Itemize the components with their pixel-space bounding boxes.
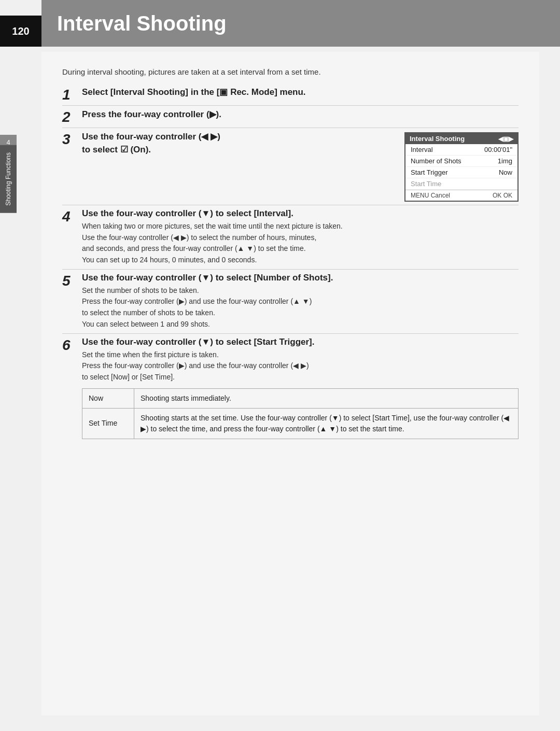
table-row: NowShooting starts immediately. xyxy=(82,388,519,408)
step-6-content: Use the four-way controller (▼) to selec… xyxy=(82,337,519,439)
step-3: 3 Use the four-way controller (◀ ▶) to s… xyxy=(62,131,519,205)
camera-menu-header: Interval Shooting ◀▣▶ xyxy=(405,133,517,144)
camera-menu-row: Start TriggerNow xyxy=(405,167,517,178)
camera-menu-row: Interval00:00'01" xyxy=(405,144,517,156)
camera-menu-cancel: MENU Cancel xyxy=(411,192,450,199)
intro-text: During interval shooting, pictures are t… xyxy=(62,67,519,76)
step-3-content: Use the four-way controller (◀ ▶) to sel… xyxy=(82,131,519,202)
step-5-content: Use the four-way controller (▼) to selec… xyxy=(82,273,519,330)
step-6-body: Set the time when the first picture is t… xyxy=(82,349,519,383)
camera-menu-footer: MENU Cancel OK OK xyxy=(405,190,517,201)
step-6: 6 Use the four-way controller (▼) to sel… xyxy=(62,337,519,442)
step-3-text: Use the four-way controller (◀ ▶) to sel… xyxy=(82,131,394,157)
step-3-heading: Use the four-way controller (◀ ▶) xyxy=(82,131,394,142)
camera-menu-panel: Interval Shooting ◀▣▶ Interval00:00'01"N… xyxy=(404,132,519,202)
step-6-heading: Use the four-way controller (▼) to selec… xyxy=(82,337,519,347)
camera-menu-row: Number of Shots1img xyxy=(405,156,517,167)
step-6-number: 6 xyxy=(62,338,82,353)
side-tab: Shooting Functions xyxy=(0,145,17,213)
step-2-heading: Press the four-way controller (▶). xyxy=(82,109,519,120)
step-1: 1 Select [Interval Shooting] in the [▣ R… xyxy=(62,87,519,106)
step-2: 2 Press the four-way controller (▶). xyxy=(62,109,519,128)
trigger-label: Now xyxy=(82,388,134,408)
page-header: Interval Shooting xyxy=(41,0,560,47)
step-1-heading: Select [Interval Shooting] in the [▣ Rec… xyxy=(82,87,519,97)
camera-menu-rows: Interval00:00'01"Number of Shots1imgStar… xyxy=(405,144,517,190)
step-4: 4 Use the four-way controller (▼) to sel… xyxy=(62,208,519,270)
camera-menu-title: Interval Shooting xyxy=(410,135,465,143)
step-5: 5 Use the four-way controller (▼) to sel… xyxy=(62,273,519,334)
step-5-heading: Use the four-way controller (▼) to selec… xyxy=(82,273,519,283)
step-4-heading: Use the four-way controller (▼) to selec… xyxy=(82,208,519,219)
trigger-description: Shooting starts immediately. xyxy=(134,388,519,408)
table-row: Set TimeShooting starts at the set time.… xyxy=(82,408,519,439)
page-number-tab: 120 xyxy=(0,16,41,47)
trigger-label: Set Time xyxy=(82,408,134,439)
step-4-body: When taking two or more pictures, set th… xyxy=(82,221,519,266)
step-2-content: Press the four-way controller (▶). xyxy=(82,109,519,122)
step-4-content: Use the four-way controller (▼) to selec… xyxy=(82,208,519,266)
step-5-body: Set the number of shots to be taken.Pres… xyxy=(82,285,519,330)
step-3-number: 3 xyxy=(62,132,82,147)
side-tab-label: Shooting Functions xyxy=(5,152,12,206)
step-3-subheading: to select ☑ (On). xyxy=(82,144,394,155)
step-1-content: Select [Interval Shooting] in the [▣ Rec… xyxy=(82,87,519,100)
trigger-table: NowShooting starts immediately.Set TimeS… xyxy=(82,388,519,439)
camera-menu-ok: OK OK xyxy=(493,192,512,199)
camera-menu-row: Start Time xyxy=(405,178,517,190)
page-number: 120 xyxy=(12,25,29,37)
step-5-number: 5 xyxy=(62,274,82,288)
step-1-number: 1 xyxy=(62,88,82,102)
step-4-number: 4 xyxy=(62,209,82,224)
page-title: Interval Shooting xyxy=(57,12,227,35)
step-2-number: 2 xyxy=(62,110,82,124)
main-content: During interval shooting, pictures are t… xyxy=(41,52,539,715)
trigger-description: Shooting starts at the set time. Use the… xyxy=(134,408,519,439)
step-3-layout: Use the four-way controller (◀ ▶) to sel… xyxy=(82,131,519,202)
camera-menu-nav-icon: ◀▣▶ xyxy=(498,135,513,143)
